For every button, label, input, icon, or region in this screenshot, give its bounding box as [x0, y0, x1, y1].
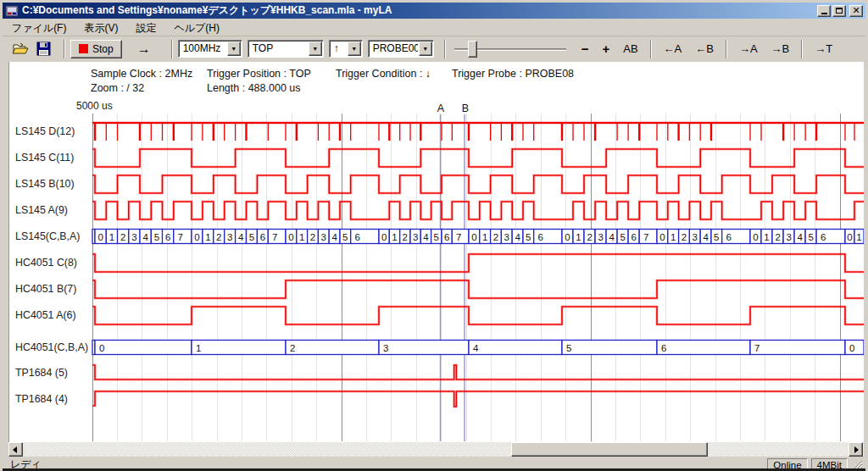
bus-value: 1: [109, 232, 114, 242]
bus-value: 1: [299, 232, 304, 242]
bus-cell: [657, 341, 750, 355]
close-button[interactable]: ✕: [849, 5, 863, 17]
waveform-trace: [92, 175, 864, 193]
close-icon: ✕: [852, 6, 860, 15]
sample-clock-readout: Sample Clock : 2MHz: [91, 68, 192, 80]
bus-value: 4: [238, 232, 244, 242]
waveform-plot[interactable]: 5000 usABLS145 D(12)LS145 C(11)LS145 B(1…: [10, 97, 864, 442]
chevron-down-icon[interactable]: ▼: [309, 42, 322, 56]
bus-value: 4: [797, 232, 803, 242]
bus-value: 0: [753, 232, 758, 242]
waveform-glow: [92, 202, 864, 219]
waveform-trace: [92, 280, 864, 298]
scrollbar-thumb[interactable]: [511, 442, 708, 457]
bus-value: 0: [565, 232, 570, 242]
zoom-slider[interactable]: [454, 40, 566, 58]
sample-clock-combo[interactable]: 100MHz ▼: [178, 40, 242, 58]
bus-value: 5: [808, 232, 813, 242]
stop-label: Stop: [92, 43, 114, 55]
toolbar-separator: [650, 40, 652, 58]
chevron-down-icon[interactable]: ▼: [348, 42, 361, 56]
menu-view[interactable]: 表示(V): [78, 20, 124, 36]
channel-label: HC4051 B(7): [15, 283, 76, 295]
stop-button[interactable]: Stop: [70, 40, 122, 58]
chevron-down-icon[interactable]: ▼: [419, 42, 432, 56]
bus-value: 2: [290, 343, 295, 353]
bus-value: 1: [764, 232, 769, 242]
zoom-in-button[interactable]: +: [598, 40, 614, 58]
maximize-icon: [836, 8, 843, 14]
waveform-trace: [92, 254, 864, 272]
ab-button[interactable]: AB: [619, 41, 642, 57]
goto-trigger-button[interactable]: →T: [810, 41, 837, 57]
bus-value: 2: [310, 232, 315, 242]
trigger-probe-combo[interactable]: PROBE00 ▼: [368, 40, 434, 58]
bus-cell: [562, 341, 657, 355]
save-button[interactable]: [35, 42, 53, 57]
scroll-left-button[interactable]: [8, 442, 23, 457]
zoom-out-button[interactable]: −: [577, 40, 593, 58]
menu-help[interactable]: ヘルプ(H): [168, 20, 225, 36]
maximize-button[interactable]: [832, 5, 846, 17]
bus-value: 6: [726, 232, 731, 242]
trigger-edge-combo[interactable]: ↑ ▼: [329, 40, 363, 58]
bus-value: 0: [847, 232, 852, 242]
waveform-glow: [92, 307, 864, 324]
bus-cell: [286, 341, 379, 355]
trigger-condition-readout: Trigger Condition : ↓: [336, 68, 431, 80]
bus-value: 2: [493, 232, 498, 242]
bus-value: 6: [354, 232, 359, 242]
minimize-button[interactable]: [817, 5, 831, 17]
horizontal-scrollbar[interactable]: [8, 442, 864, 457]
bus-value: 5: [526, 232, 531, 242]
title-bar[interactable]: C:¥Documents and Settings¥noname¥デスクトップ¥…: [3, 3, 865, 19]
scroll-right-button[interactable]: [849, 442, 863, 457]
bus-value: 5: [714, 232, 719, 242]
bus-value: 3: [693, 232, 698, 242]
goto-cursor-b-left-button[interactable]: ←B: [691, 41, 718, 57]
bus-value: 6: [537, 232, 542, 242]
bus-value: 2: [775, 232, 780, 242]
bus-value: 4: [515, 232, 520, 242]
bus-value: 5: [566, 343, 571, 353]
toolbar: Stop → 100MHz ▼ TOP ▼ ↑ ▼ PROBE00 ▼ − + …: [3, 36, 865, 61]
menu-bar: ファイル(F) 表示(V) 設定 ヘルプ(H): [3, 21, 865, 36]
bus-value: 2: [403, 232, 408, 242]
bus-value: 4: [331, 232, 337, 242]
bus-value: 0: [97, 232, 103, 242]
zoom-slider-thumb[interactable]: [468, 41, 477, 58]
bus-value: 1: [205, 232, 210, 242]
bus-value: 3: [786, 232, 791, 242]
cursor-b-label: B: [462, 103, 469, 114]
bus-value: 7: [754, 343, 760, 353]
goto-cursor-a-right-button[interactable]: →A: [735, 41, 762, 57]
bus-value: 4: [423, 232, 429, 242]
bus-value: 3: [598, 232, 603, 242]
trigger-position-combo[interactable]: TOP ▼: [248, 40, 324, 58]
bus-value: 2: [216, 232, 221, 242]
bus-value: 1: [392, 232, 397, 242]
bus-value: 4: [142, 232, 148, 242]
bus-value: 6: [631, 232, 636, 242]
trigger-position-value: TOP: [248, 41, 308, 57]
channel-label: TP1684 (5): [15, 367, 68, 379]
menu-file[interactable]: ファイル(F): [6, 20, 72, 36]
bus-value: 7: [272, 232, 277, 242]
app-window: C:¥Documents and Settings¥noname¥デスクトップ¥…: [0, 0, 868, 471]
bus-value: 0: [471, 232, 476, 242]
goto-cursor-b-right-button[interactable]: →B: [767, 41, 794, 57]
bus-value: 1: [482, 232, 487, 242]
menu-settings[interactable]: 設定: [130, 20, 162, 36]
run-arrow-icon: →: [137, 42, 151, 57]
toolbar-separator: [64, 40, 65, 58]
waveform-client-area[interactable]: Sample Clock : 2MHz Trigger Position : T…: [8, 62, 864, 442]
chevron-down-icon[interactable]: ▼: [227, 42, 241, 56]
open-file-button[interactable]: [11, 42, 30, 57]
bus-value: 3: [504, 232, 509, 242]
minimize-icon: [821, 13, 827, 14]
bus-value: 0: [849, 343, 854, 353]
bus-value: 0: [99, 343, 104, 353]
goto-cursor-a-left-button[interactable]: ←A: [659, 41, 687, 57]
run-button[interactable]: →: [129, 40, 159, 58]
timescale-label: 5000 us: [76, 100, 113, 112]
